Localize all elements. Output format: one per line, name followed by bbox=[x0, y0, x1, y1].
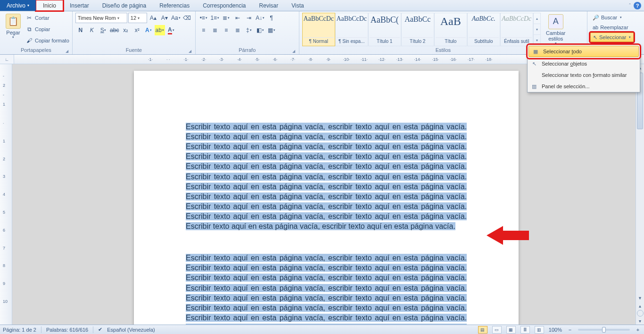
document-text[interactable]: Escribir texto aquí en esta página vacía… bbox=[186, 122, 467, 325]
format-painter-button[interactable]: 🖌Copiar formato bbox=[25, 35, 69, 46]
bold-button[interactable]: N bbox=[75, 25, 86, 35]
copy-icon: ⧉ bbox=[25, 25, 33, 33]
zoom-slider[interactable] bbox=[578, 329, 630, 331]
change-styles-button[interactable]: A Cambiar estilos▾ bbox=[543, 13, 569, 46]
align-center-button[interactable]: ≣ bbox=[210, 25, 220, 35]
tab-view[interactable]: Vista bbox=[285, 0, 310, 11]
subscript-button[interactable]: x₂ bbox=[121, 25, 131, 35]
underline-button[interactable]: S▾ bbox=[98, 25, 108, 35]
tab-home[interactable]: Inicio bbox=[36, 0, 63, 11]
select-all-icon: ▦ bbox=[532, 48, 539, 55]
document-area[interactable]: Escribir texto aquí en esta página vacía… bbox=[12, 64, 636, 325]
select-similar-item[interactable]: Seleccionar texto con formato similar bbox=[528, 69, 640, 81]
view-web[interactable]: ▦ bbox=[506, 326, 516, 334]
change-case-button[interactable]: Aa bbox=[171, 13, 181, 23]
vertical-scrollbar[interactable]: ▲ ▼ ▴ ▾ bbox=[636, 64, 644, 325]
paragraph-launcher[interactable]: ◢ bbox=[292, 49, 295, 53]
styles-scroll[interactable]: ▴▾▾ bbox=[533, 13, 541, 46]
font-size-combo[interactable]: 12▾ bbox=[128, 13, 147, 23]
group-font: Times New Rom▾ 12▾ A▴ A▾ Aa ⌫ N K S▾ abc… bbox=[73, 11, 196, 54]
annotation-arrow bbox=[487, 224, 529, 247]
text-effects-button[interactable]: A bbox=[143, 25, 154, 35]
style-heading1[interactable]: AaBbC(Título 1 bbox=[368, 13, 401, 46]
zoom-in-button[interactable]: + bbox=[635, 327, 641, 333]
style-normal[interactable]: AaBbCcDc¶ Normal bbox=[302, 13, 335, 46]
font-name-combo[interactable]: Times New Rom▾ bbox=[75, 13, 127, 23]
tab-page-layout[interactable]: Diseño de página bbox=[96, 0, 153, 11]
justify-button[interactable]: ≣ bbox=[232, 25, 243, 35]
zoom-level[interactable]: 100% bbox=[549, 327, 562, 333]
style-no-spacing[interactable]: AaBbCcDc¶ Sin espa... bbox=[335, 13, 368, 46]
select-all-item[interactable]: ▦Seleccionar todo bbox=[528, 46, 639, 57]
tab-references[interactable]: Referencias bbox=[153, 0, 196, 11]
replace-button[interactable]: abReemplazar bbox=[590, 23, 634, 32]
numbering-button[interactable]: 1≡ bbox=[210, 13, 220, 23]
view-draft[interactable]: ▥ bbox=[535, 326, 544, 334]
scroll-down-button[interactable]: ▼ bbox=[636, 294, 644, 302]
view-print-layout[interactable]: ▤ bbox=[478, 326, 487, 334]
decrease-indent-button[interactable]: ⇤ bbox=[232, 13, 243, 23]
prev-page-button[interactable]: ▴ bbox=[636, 302, 644, 309]
pane-icon: ▥ bbox=[530, 83, 538, 90]
status-language[interactable]: Español (Venezuela) bbox=[107, 327, 155, 333]
align-left-button[interactable]: ≡ bbox=[198, 25, 209, 35]
cursor-icon: ↖ bbox=[530, 60, 538, 67]
select-dropdown: ▦Seleccionar todo ↖Seleccionar objetos S… bbox=[527, 44, 640, 92]
selection-pane-item[interactable]: ▥Panel de selección... bbox=[528, 81, 640, 92]
selected-text-2[interactable]: Escribir texto aquí en esta página vacía… bbox=[186, 254, 467, 325]
browse-object-button[interactable] bbox=[637, 310, 644, 317]
view-outline[interactable]: ≣ bbox=[520, 326, 530, 334]
select-button[interactable]: ↖Seleccionar▾ bbox=[590, 33, 634, 42]
status-bar: Página: 1 de 2 Palabras: 616/616 ✔ Españ… bbox=[0, 325, 644, 334]
replace-icon: ab bbox=[593, 25, 598, 30]
status-words[interactable]: Palabras: 616/616 bbox=[46, 327, 88, 333]
font-color-button[interactable]: A bbox=[166, 25, 176, 35]
paste-button[interactable]: 📋 Pegar▾ bbox=[3, 13, 24, 40]
show-marks-button[interactable]: ¶ bbox=[266, 13, 277, 23]
style-subtitle[interactable]: AaBbCc.Subtítulo bbox=[467, 13, 500, 46]
brush-icon: 🖌 bbox=[25, 37, 33, 44]
page[interactable]: Escribir texto aquí en esta página vacía… bbox=[134, 71, 519, 325]
italic-button[interactable]: K bbox=[87, 25, 97, 35]
multilevel-button[interactable]: ≣ bbox=[221, 13, 231, 23]
styles-gallery[interactable]: AaBbCcDc¶ Normal AaBbCcDc¶ Sin espa... A… bbox=[302, 13, 541, 46]
next-page-button[interactable]: ▾ bbox=[636, 317, 644, 325]
view-full-reading[interactable]: ▭ bbox=[492, 326, 502, 334]
status-spellcheck[interactable]: ✔ bbox=[98, 326, 102, 333]
borders-button[interactable]: ▦ bbox=[266, 25, 277, 35]
shrink-font-button[interactable]: A▾ bbox=[159, 13, 170, 23]
change-styles-icon: A bbox=[548, 14, 563, 29]
grow-font-button[interactable]: A▴ bbox=[148, 13, 158, 23]
increase-indent-button[interactable]: ⇥ bbox=[244, 13, 254, 23]
line-spacing-button[interactable]: ‡ bbox=[244, 25, 254, 35]
tab-selector[interactable]: ∟ bbox=[0, 55, 14, 64]
tab-insert[interactable]: Insertar bbox=[63, 0, 96, 11]
clear-formatting-button[interactable]: ⌫ bbox=[182, 13, 192, 23]
superscript-button[interactable]: x² bbox=[132, 25, 142, 35]
style-heading2[interactable]: AaBbCcTítulo 2 bbox=[401, 13, 434, 46]
bullets-button[interactable]: •≡ bbox=[198, 13, 209, 23]
ribbon-minimize-icon[interactable]: ˆ bbox=[629, 3, 631, 8]
find-button[interactable]: 🔎Buscar▾ bbox=[590, 13, 634, 22]
selected-text-1[interactable]: Escribir texto aquí en esta página vacía… bbox=[186, 123, 467, 230]
style-title[interactable]: AaBTítulo bbox=[434, 13, 467, 46]
tab-review[interactable]: Revisar bbox=[253, 0, 285, 11]
copy-button[interactable]: ⧉Copiar bbox=[25, 24, 69, 34]
strikethrough-button[interactable]: abc bbox=[109, 25, 120, 35]
status-page[interactable]: Página: 1 de 2 bbox=[3, 327, 36, 333]
vertical-ruler[interactable]: - 2 - 1 · 1 2 3 4 5 6 7 8 9 10 bbox=[0, 64, 12, 325]
align-right-button[interactable]: ≡ bbox=[221, 25, 231, 35]
clipboard-launcher[interactable]: ◢ bbox=[66, 49, 68, 53]
sort-button[interactable]: A↓ bbox=[255, 13, 265, 23]
select-objects-item[interactable]: ↖Seleccionar objetos bbox=[528, 58, 640, 69]
tab-mailings[interactable]: Correspondencia bbox=[196, 0, 252, 11]
font-launcher[interactable]: ◢ bbox=[189, 49, 191, 53]
help-icon[interactable]: ? bbox=[634, 2, 641, 9]
shading-button[interactable]: ◧ bbox=[255, 25, 265, 35]
tab-file[interactable]: Archivo bbox=[0, 0, 36, 11]
zoom-out-button[interactable]: − bbox=[567, 327, 573, 333]
cut-button[interactable]: ✂Cortar bbox=[25, 13, 69, 23]
paste-icon: 📋 bbox=[6, 14, 21, 29]
highlight-button[interactable]: ab bbox=[155, 25, 165, 35]
style-subtle-emphasis[interactable]: AaBbCcDcÉnfasis sutil bbox=[500, 13, 533, 46]
